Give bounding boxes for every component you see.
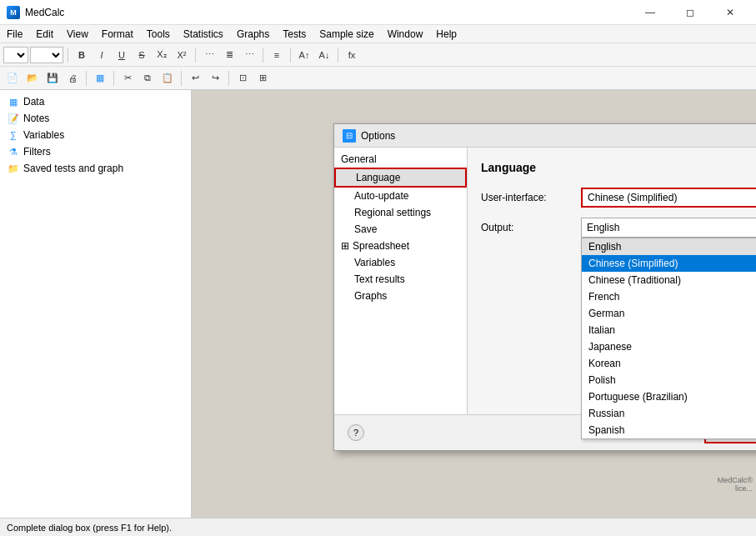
menu-tests[interactable]: Tests <box>276 27 313 42</box>
toolbar2-sep-2 <box>113 71 114 86</box>
dropdown-item-french[interactable]: French <box>582 288 756 305</box>
sidebar: ▦ Data 📝 Notes ∑ Variables ⚗ Filters 📁 S… <box>0 90 192 518</box>
ui-label: User-interface: <box>481 192 581 203</box>
save-btn[interactable]: 💾 <box>43 69 62 88</box>
print-btn[interactable]: 🖨 <box>63 69 82 88</box>
ui-select-value: Chinese (Simplified) <box>588 192 677 203</box>
nav-text-results[interactable]: Text results <box>334 271 467 288</box>
title-bar: M MedCalc — ◻ ✕ <box>0 0 756 25</box>
sidebar-item-variables[interactable]: ∑ Variables <box>0 127 191 143</box>
bold-btn[interactable]: B <box>73 46 91 64</box>
dropdown-item-chinese-simplified[interactable]: Chinese (Simplified) <box>582 255 756 272</box>
sidebar-item-variables-label: Variables <box>23 129 64 141</box>
sidebar-item-saved-label: Saved tests and graph <box>23 163 123 174</box>
font-grow-btn[interactable]: A↑ <box>295 46 313 64</box>
menu-format[interactable]: Format <box>95 27 140 42</box>
toolbar2-sep-3 <box>181 71 182 86</box>
nav-save[interactable]: Save <box>334 221 467 238</box>
superscript-btn[interactable]: X² <box>173 46 191 64</box>
nav-graphs[interactable]: Graphs <box>334 288 467 304</box>
dropdown-item-italian[interactable]: Italian <box>582 322 756 338</box>
dropdown-item-japanese[interactable]: Japanese <box>582 338 756 355</box>
menu-view[interactable]: View <box>60 27 95 42</box>
main-content: ▦ Data 📝 Notes ∑ Variables ⚗ Filters 📁 S… <box>0 90 756 518</box>
insert-btn[interactable]: fx <box>343 46 361 64</box>
cut-btn[interactable]: ✂ <box>118 69 137 88</box>
options-dialog: ⊟ Options ? ✕ General Language Auto-upda… <box>333 123 756 451</box>
menu-help[interactable]: Help <box>429 27 463 42</box>
toolbar-sep-1 <box>68 48 68 63</box>
sidebar-item-notes-label: Notes <box>23 113 49 124</box>
spreadsheet-btn[interactable]: ▦ <box>91 69 109 88</box>
paste-btn[interactable]: 📋 <box>158 69 177 88</box>
watermark-line1: MedCalc® <box>718 476 753 484</box>
tool1-btn[interactable]: ⊡ <box>233 69 252 88</box>
content-title: Language <box>481 161 756 174</box>
list-btn[interactable]: ≡ <box>268 46 286 64</box>
copy-btn[interactable]: ⧉ <box>138 69 157 88</box>
sidebar-item-data[interactable]: ▦ Data <box>0 93 191 110</box>
menu-sample-size[interactable]: Sample size <box>313 27 380 42</box>
align-center-btn[interactable]: ≣ <box>220 46 238 64</box>
app-title: MedCalc <box>25 7 631 18</box>
nav-variables[interactable]: Variables <box>334 254 467 271</box>
toolbar-2: 📄 📂 💾 🖨 ▦ ✂ ⧉ 📋 ↩ ↪ ⊡ ⊞ <box>0 67 756 90</box>
dropdown-item-korean[interactable]: Korean <box>582 355 756 372</box>
close-button[interactable]: ✕ <box>711 1 749 24</box>
output-select-wrapper: English ▼ English Chinese (Simplified) C… <box>581 218 756 238</box>
dropdown-item-russian[interactable]: Russian <box>582 405 756 422</box>
menu-tools[interactable]: Tools <box>140 27 177 42</box>
dropdown-item-spanish[interactable]: Spanish <box>582 422 756 438</box>
tool2-btn[interactable]: ⊞ <box>253 69 272 88</box>
italic-btn[interactable]: I <box>93 46 111 64</box>
output-label: Output: <box>481 222 581 233</box>
dialog-titlebar: ⊟ Options ? ✕ <box>334 124 756 148</box>
output-select[interactable]: English ▼ <box>581 218 756 238</box>
redo-btn[interactable]: ↪ <box>206 69 224 88</box>
menu-file[interactable]: File <box>0 27 29 42</box>
align-left-btn[interactable]: ⋯ <box>200 46 218 64</box>
watermark-line2: lice... <box>718 484 753 493</box>
undo-btn[interactable]: ↩ <box>186 69 204 88</box>
sidebar-item-filters[interactable]: ⚗ Filters <box>0 143 191 160</box>
dropdown-item-german[interactable]: German <box>582 305 756 322</box>
font-shrink-btn[interactable]: A↓ <box>315 46 333 64</box>
dropdown-item-english[interactable]: English <box>582 238 756 255</box>
title-bar-controls: — ◻ ✕ <box>631 1 749 24</box>
sidebar-item-notes[interactable]: 📝 Notes <box>0 110 191 127</box>
status-bar: Complete dialog box (press F1 for Help). <box>0 518 756 536</box>
sidebar-item-filters-label: Filters <box>23 146 51 158</box>
menu-graphs[interactable]: Graphs <box>230 27 276 42</box>
minimize-button[interactable]: — <box>631 1 669 24</box>
menu-edit[interactable]: Edit <box>29 27 60 42</box>
output-form-row: Output: English ▼ English Chinese (Simpl… <box>481 218 756 238</box>
nav-regional[interactable]: Regional settings <box>334 204 467 221</box>
nav-general[interactable]: General <box>334 151 467 168</box>
open-btn[interactable]: 📂 <box>23 69 42 88</box>
menu-bar: File Edit View Format Tools Statistics G… <box>0 25 756 43</box>
nav-language[interactable]: Language <box>334 168 467 188</box>
ui-select-wrapper: Chinese (Simplified) ▼ <box>581 188 756 208</box>
dropdown-item-portuguese[interactable]: Portuguese (Brazilian) <box>582 388 756 405</box>
dropdown-item-polish[interactable]: Polish <box>582 372 756 388</box>
underline-btn[interactable]: U <box>113 46 131 64</box>
note-icon: 📝 <box>7 112 20 125</box>
align-right-btn[interactable]: ⋯ <box>240 46 258 64</box>
new-btn[interactable]: 📄 <box>3 69 22 88</box>
restore-button[interactable]: ◻ <box>671 1 709 24</box>
menu-window[interactable]: Window <box>381 27 430 42</box>
ui-select[interactable]: Chinese (Simplified) ▼ <box>581 188 756 208</box>
strikethrough-btn[interactable]: S <box>133 46 151 64</box>
dialog-body: General Language Auto-update Regional se… <box>334 148 756 414</box>
menu-statistics[interactable]: Statistics <box>177 27 230 42</box>
font-dropdown[interactable] <box>3 47 28 63</box>
footer-help-btn[interactable]: ? <box>348 424 364 441</box>
nav-spreadsheet[interactable]: ⊞Spreadsheet <box>334 238 467 254</box>
toolbar-sep-4 <box>290 48 291 63</box>
dialog-nav: General Language Auto-update Regional se… <box>334 148 468 414</box>
size-dropdown[interactable] <box>30 47 63 63</box>
dropdown-item-chinese-traditional[interactable]: Chinese (Traditional) <box>582 272 756 288</box>
nav-auto-update[interactable]: Auto-update <box>334 188 467 204</box>
subscript-btn[interactable]: X₂ <box>153 46 171 64</box>
sidebar-item-saved[interactable]: 📁 Saved tests and graph <box>0 160 191 177</box>
